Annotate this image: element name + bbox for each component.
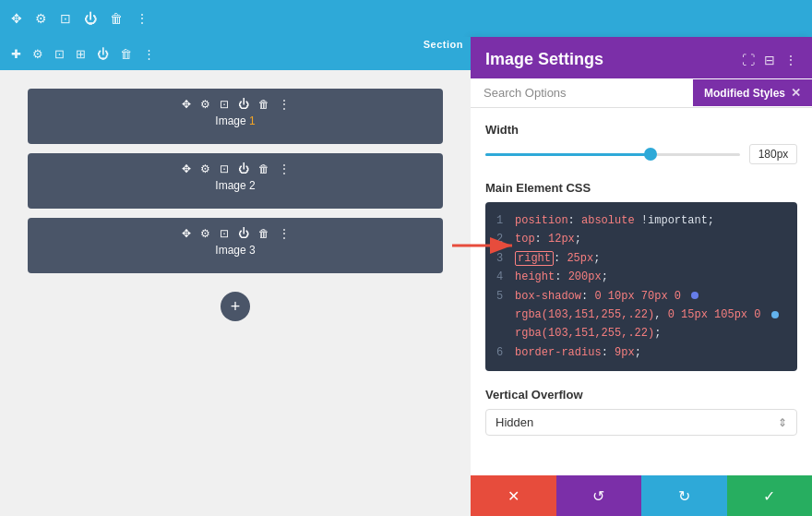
image-2-label: Image 2 xyxy=(215,179,255,192)
img2-more-icon[interactable]: ⋮ xyxy=(279,162,290,175)
image-3-toolbar: ✥ ⚙ ⊡ ⏻ 🗑 ⋮ xyxy=(182,227,290,240)
image-block-1[interactable]: ✥ ⚙ ⊡ ⏻ 🗑 ⋮ Image 1 xyxy=(28,89,443,144)
css-linenum-5b xyxy=(496,306,508,324)
img1-move-icon[interactable]: ✥ xyxy=(182,98,191,111)
width-slider-row: 180px xyxy=(485,144,797,164)
css-code-4: height: 200px; xyxy=(515,268,608,286)
img3-settings-icon[interactable]: ⚙ xyxy=(200,227,210,240)
img3-move-icon[interactable]: ✥ xyxy=(182,227,191,240)
top-toolbar: ✥ ⚙ ⊡ ⏻ 🗑 ⋮ xyxy=(0,0,812,37)
redo-button[interactable]: ↻ xyxy=(641,475,727,516)
image-1-label: Image 1 xyxy=(215,114,255,127)
image-1-highlight: 1 xyxy=(249,114,256,127)
img2-move-icon[interactable]: ✥ xyxy=(182,162,191,175)
cancel-button[interactable]: ✕ xyxy=(471,475,556,516)
overflow-label: Vertical Overflow xyxy=(485,388,797,402)
css-line-1: 1 position: absolute !important; xyxy=(496,211,786,230)
width-section: Width 180px xyxy=(485,123,797,164)
image-1-toolbar: ✥ ⚙ ⊡ ⏻ 🗑 ⋮ xyxy=(182,98,290,111)
css-line-4: 4 height: 200px; xyxy=(496,268,786,286)
img2-trash-icon[interactable]: 🗑 xyxy=(258,162,269,175)
row-more-icon[interactable]: ⋮ xyxy=(143,47,155,61)
arrow-svg xyxy=(448,234,521,257)
css-line-6: 6 border-radius: 9px; xyxy=(496,343,786,362)
modified-styles-text: Modified Styles xyxy=(704,87,785,100)
add-module-button[interactable]: + xyxy=(221,292,250,321)
panel-more-icon[interactable]: ⋮ xyxy=(784,53,797,67)
width-slider-track[interactable] xyxy=(485,153,740,156)
color-dot-2 xyxy=(771,311,779,318)
row-power-icon[interactable]: ⏻ xyxy=(97,47,109,61)
right-panel: Image Settings ⛶ ⊟ ⋮ Search Options Modi… xyxy=(471,37,812,516)
overflow-section: Vertical Overflow Hidden ⇕ xyxy=(485,388,797,436)
move-icon[interactable]: ✥ xyxy=(11,11,22,26)
img1-more-icon[interactable]: ⋮ xyxy=(279,98,290,111)
css-line-5c: rgba(103,151,255,.22); xyxy=(496,324,786,342)
css-section: Main Element CSS 1 position: absolute !i… xyxy=(485,181,797,371)
row-grid-icon[interactable]: ⊞ xyxy=(76,47,86,61)
css-linenum-6: 6 xyxy=(496,343,508,362)
annotation-arrow xyxy=(448,234,521,257)
row-settings-icon[interactable]: ⚙ xyxy=(32,47,43,61)
css-line-2: 2 top: 12px; xyxy=(496,230,786,248)
color-dot-1 xyxy=(691,292,699,299)
search-options-label[interactable]: Search Options xyxy=(471,78,693,107)
css-code-3: right: 25px; xyxy=(515,249,600,268)
row-layout-icon[interactable]: ⊡ xyxy=(54,47,65,61)
image-2-toolbar: ✥ ⚙ ⊡ ⏻ 🗑 ⋮ xyxy=(182,162,290,175)
redo-icon: ↻ xyxy=(678,487,690,505)
panel-search-bar: Search Options Modified Styles ✕ xyxy=(471,78,812,108)
img2-layout-icon[interactable]: ⊡ xyxy=(220,162,229,175)
close-badge-icon[interactable]: ✕ xyxy=(791,86,801,100)
overflow-select[interactable]: Hidden ⇕ xyxy=(485,409,797,436)
cancel-icon: ✕ xyxy=(508,487,519,505)
width-label: Width xyxy=(485,123,797,137)
css-linenum-1: 1 xyxy=(496,211,508,230)
save-button[interactable]: ✓ xyxy=(727,475,813,516)
canvas-content: ✥ ⚙ ⊡ ⏻ 🗑 ⋮ Image 1 ✥ ⚙ ⊡ ⏻ 🗑 xyxy=(0,70,471,340)
css-label: Main Element CSS xyxy=(485,181,797,195)
img3-power-icon[interactable]: ⏻ xyxy=(238,227,249,240)
css-editor[interactable]: 1 position: absolute !important; 2 top: … xyxy=(485,202,797,371)
modified-styles-badge[interactable]: Modified Styles ✕ xyxy=(693,79,812,106)
css-code-6: border-radius: 9px; xyxy=(515,343,641,362)
img2-settings-icon[interactable]: ⚙ xyxy=(200,162,210,175)
css-line-5: 5 box-shadow: 0 10px 70px 0 xyxy=(496,287,786,306)
section-label: Section xyxy=(416,37,471,52)
img1-trash-icon[interactable]: 🗑 xyxy=(258,98,269,111)
image-block-2[interactable]: ✥ ⚙ ⊡ ⏻ 🗑 ⋮ Image 2 xyxy=(28,153,443,209)
row-trash-icon[interactable]: 🗑 xyxy=(120,47,132,61)
fullscreen-icon[interactable]: ⛶ xyxy=(742,53,755,67)
power-icon[interactable]: ⏻ xyxy=(84,11,97,26)
img1-settings-icon[interactable]: ⚙ xyxy=(200,98,210,111)
img3-trash-icon[interactable]: 🗑 xyxy=(258,227,269,240)
image-block-3[interactable]: ✥ ⚙ ⊡ ⏻ 🗑 ⋮ Image 3 xyxy=(28,218,443,273)
settings-icon[interactable]: ⚙ xyxy=(35,11,47,26)
css-line-5b: rgba(103,151,255,.22), 0 15px 105px 0 xyxy=(496,306,786,324)
overflow-arrow-icon: ⇕ xyxy=(778,416,787,429)
row-toolbar: ✚ ⚙ ⊡ ⊞ ⏻ 🗑 ⋮ xyxy=(0,37,471,70)
canvas-area: Section ✚ ⚙ ⊡ ⊞ ⏻ 🗑 ⋮ ✥ ⚙ ⊡ ⏻ 🗑 ⋮ xyxy=(0,37,471,516)
layout-icon[interactable]: ⊡ xyxy=(60,11,71,26)
css-code-5: box-shadow: 0 10px 70px 0 xyxy=(515,287,699,306)
more-icon[interactable]: ⋮ xyxy=(136,11,149,26)
row-add-icon[interactable]: ✚ xyxy=(11,47,21,61)
width-slider-thumb[interactable] xyxy=(644,148,657,161)
panel-header-icons: ⛶ ⊟ ⋮ xyxy=(742,53,797,67)
width-slider-fill xyxy=(485,153,651,156)
columns-icon[interactable]: ⊟ xyxy=(764,53,775,67)
undo-button[interactable]: ↺ xyxy=(556,475,642,516)
img3-layout-icon[interactable]: ⊡ xyxy=(220,227,229,240)
save-icon: ✓ xyxy=(763,487,775,505)
trash-icon[interactable]: 🗑 xyxy=(110,11,123,26)
image-3-container: ✥ ⚙ ⊡ ⏻ 🗑 ⋮ Image 3 xyxy=(28,218,443,273)
img3-more-icon[interactable]: ⋮ xyxy=(279,227,290,240)
css-code-5c: rgba(103,151,255,.22); xyxy=(515,324,661,342)
img1-power-icon[interactable]: ⏻ xyxy=(238,98,249,111)
img2-power-icon[interactable]: ⏻ xyxy=(238,162,249,175)
width-value-box[interactable]: 180px xyxy=(749,144,797,164)
css-linenum-5: 5 xyxy=(496,287,508,306)
img1-layout-icon[interactable]: ⊡ xyxy=(220,98,229,111)
undo-icon: ↺ xyxy=(592,487,604,505)
css-linenum-4: 4 xyxy=(496,268,508,286)
